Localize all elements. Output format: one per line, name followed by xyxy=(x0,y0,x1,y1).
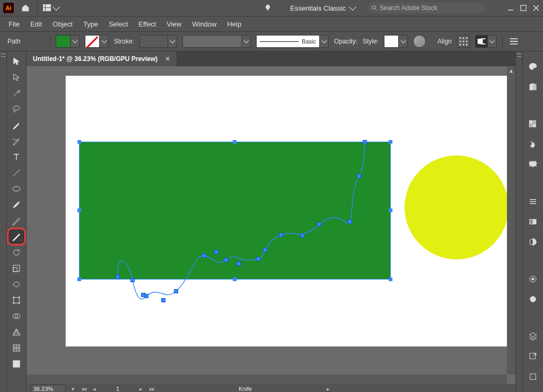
align-label[interactable]: Align xyxy=(437,38,452,45)
svg-rect-36 xyxy=(530,353,536,359)
pencil-tool[interactable] xyxy=(9,214,24,228)
stroke-swatch[interactable] xyxy=(85,35,109,48)
knife-anchors[interactable] xyxy=(80,142,390,279)
menu-object[interactable]: Object xyxy=(52,20,73,28)
maximize-button[interactable] xyxy=(520,4,527,12)
svg-rect-26 xyxy=(529,120,532,123)
type-tool[interactable] xyxy=(9,150,24,164)
scroll-up-icon[interactable]: ▴ xyxy=(507,66,515,75)
chevron-down-icon xyxy=(52,3,60,11)
svg-point-20 xyxy=(19,302,20,303)
menu-type[interactable]: Type xyxy=(83,20,98,28)
stroke-panel-icon[interactable] xyxy=(527,196,539,207)
scale-tool[interactable] xyxy=(9,262,24,275)
menu-select[interactable]: Select xyxy=(109,20,128,28)
menu-effect[interactable]: Effect xyxy=(138,20,156,28)
last-artboard-icon[interactable]: ⏭ xyxy=(148,386,155,392)
line-segment-tool[interactable] xyxy=(9,166,24,180)
artboard-number[interactable]: 1 xyxy=(102,386,134,392)
chevron-down-icon[interactable]: ▾ xyxy=(70,386,76,392)
color-guide-panel-icon[interactable] xyxy=(527,81,539,93)
rectangle-tool[interactable] xyxy=(9,182,24,196)
graphic-style-swatch[interactable] xyxy=(384,35,408,48)
align-dots-icon[interactable] xyxy=(457,35,470,48)
artboard[interactable] xyxy=(66,76,515,346)
svg-point-8 xyxy=(459,44,461,46)
divider xyxy=(502,36,503,47)
brushes-panel-icon[interactable] xyxy=(527,138,539,150)
gradient-tool[interactable] xyxy=(9,357,24,371)
status-flyout-icon[interactable]: ▸ xyxy=(325,386,331,392)
lasso-tool[interactable] xyxy=(9,102,24,116)
recolor-artwork-button[interactable] xyxy=(413,35,426,48)
menu-bar: File Edit Object Type Select Effect View… xyxy=(0,16,543,32)
home-button[interactable] xyxy=(19,2,32,14)
svg-point-2 xyxy=(459,37,461,39)
shape-builder-tool[interactable] xyxy=(9,309,24,323)
layers-panel-icon[interactable] xyxy=(527,330,539,342)
selection-tool[interactable] xyxy=(9,55,24,68)
rotate-tool[interactable] xyxy=(9,246,24,259)
prev-artboard-icon[interactable]: ◂ xyxy=(91,386,98,392)
svg-point-5 xyxy=(459,40,461,42)
magic-wand-tool[interactable] xyxy=(9,86,24,100)
next-artboard-icon[interactable]: ▸ xyxy=(138,386,144,392)
canvas-area[interactable]: ▴ xyxy=(27,66,515,384)
pen-tool[interactable] xyxy=(9,118,24,132)
zoom-level-field[interactable]: 36.23% xyxy=(31,385,66,392)
vertical-scrollbar[interactable]: ▴ xyxy=(507,66,515,374)
menu-help[interactable]: Help xyxy=(227,20,241,28)
yellow-circle[interactable] xyxy=(405,155,509,259)
svg-point-3 xyxy=(462,37,464,39)
color-panel-icon[interactable] xyxy=(527,61,539,73)
close-button[interactable] xyxy=(532,4,540,12)
stroke-label: Stroke: xyxy=(114,38,134,45)
fill-swatch[interactable] xyxy=(56,35,80,48)
free-transform-tool[interactable] xyxy=(9,293,24,307)
variable-width-profile[interactable] xyxy=(182,35,251,48)
brush-definition[interactable]: Basic xyxy=(256,35,329,48)
discover-bulb-icon[interactable] xyxy=(261,2,274,14)
first-artboard-icon[interactable]: ⏮ xyxy=(81,386,87,392)
artboards-panel-icon[interactable] xyxy=(527,371,539,382)
appearance-panel-icon[interactable] xyxy=(527,273,539,285)
perspective-grid-tool[interactable] xyxy=(9,325,24,339)
paintbrush-tool[interactable] xyxy=(9,198,24,212)
menu-file[interactable]: File xyxy=(8,20,20,28)
transform-panel-button[interactable] xyxy=(475,35,497,48)
right-panel-dock xyxy=(522,51,543,392)
opacity-label[interactable]: Opacity: xyxy=(334,38,357,45)
horizontal-scrollbar[interactable] xyxy=(27,374,507,384)
stock-search[interactable]: Search Adobe Stock xyxy=(368,3,486,13)
svg-rect-29 xyxy=(533,124,536,127)
menu-edit[interactable]: Edit xyxy=(30,20,42,28)
curvature-tool[interactable] xyxy=(9,134,24,148)
graphic-styles-panel-icon[interactable] xyxy=(527,293,539,305)
svg-rect-27 xyxy=(533,120,536,123)
minimize-button[interactable] xyxy=(507,4,514,12)
svg-point-4 xyxy=(466,37,467,39)
mesh-tool[interactable] xyxy=(9,341,24,355)
asset-export-panel-icon[interactable] xyxy=(527,351,539,362)
right-panel-collapse-strip[interactable] xyxy=(515,51,522,392)
menu-view[interactable]: View xyxy=(167,20,181,28)
svg-rect-28 xyxy=(529,124,532,127)
workspace-switcher[interactable]: Essentials Classic xyxy=(290,4,346,12)
stroke-weight-field[interactable] xyxy=(139,35,177,48)
transparency-panel-icon[interactable] xyxy=(527,236,539,248)
document-tab[interactable]: Untitled-1* @ 36.23% (RGB/GPU Preview) ✕ xyxy=(27,51,177,66)
symbols-panel-icon[interactable] xyxy=(527,159,539,170)
svg-point-9 xyxy=(462,44,464,46)
arrange-documents-button[interactable] xyxy=(43,4,59,12)
close-tab-icon[interactable]: ✕ xyxy=(165,55,170,63)
control-bar-menu-icon[interactable] xyxy=(508,36,520,47)
menu-window[interactable]: Window xyxy=(192,20,216,28)
swatches-panel-icon[interactable] xyxy=(527,118,539,130)
gradient-panel-icon[interactable] xyxy=(527,216,539,228)
toolbar-collapse-strip[interactable] xyxy=(0,51,7,392)
direct-selection-tool[interactable] xyxy=(9,71,24,84)
title-bar: Ai Essentials Classic Search Adobe Stock xyxy=(0,0,543,16)
divider xyxy=(50,36,50,47)
eyedropper-tool[interactable] xyxy=(9,230,24,243)
width-tool[interactable] xyxy=(9,277,24,291)
